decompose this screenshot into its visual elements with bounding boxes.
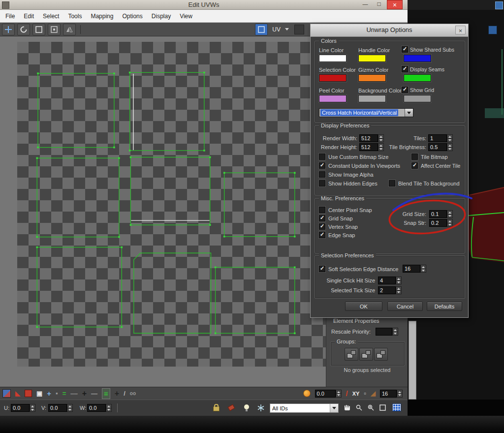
- selected-tick-spinner[interactable]: [396, 286, 402, 294]
- w-field[interactable]: 0.0: [87, 404, 106, 412]
- pattern-dropdown-arrow-icon[interactable]: [405, 109, 413, 117]
- uv-channel-label[interactable]: UV: [270, 26, 283, 33]
- move-tool-button[interactable]: [2, 24, 15, 35]
- zoom-button[interactable]: [355, 404, 363, 413]
- menu-options[interactable]: Options: [118, 13, 147, 20]
- dialog-close-button[interactable]: ×: [455, 26, 466, 34]
- render-height-field[interactable]: 512: [359, 143, 378, 151]
- render-height-spinner[interactable]: [378, 143, 384, 151]
- tile-bitmap-checkbox[interactable]: [411, 154, 418, 160]
- tile-brightness-field[interactable]: 0.5: [428, 143, 447, 151]
- selection-color-swatch[interactable]: [319, 74, 346, 82]
- brush-size-field[interactable]: 16: [380, 390, 397, 398]
- show-image-alpha-checkbox[interactable]: [319, 171, 325, 178]
- gizmo-color-swatch[interactable]: [358, 74, 386, 82]
- menu-mapping[interactable]: Mapping: [86, 13, 118, 20]
- angle-snap-icon[interactable]: [303, 390, 311, 397]
- small-white-icon[interactable]: ▫: [364, 389, 366, 399]
- single-click-field[interactable]: 4: [378, 277, 396, 284]
- shared-subs-color-swatch[interactable]: [404, 55, 431, 62]
- minus-icon[interactable]: —: [91, 389, 97, 399]
- soft-selection-checkbox[interactable]: [319, 266, 325, 272]
- show-hidden-edges-checkbox[interactable]: [319, 180, 325, 186]
- paint-weights-button[interactable]: [227, 404, 235, 412]
- partial-toolbar-icon[interactable]: [294, 25, 304, 34]
- rescale-priority-spinner[interactable]: [392, 328, 398, 336]
- grid-size-spinner[interactable]: [447, 210, 453, 218]
- move-plus-icon[interactable]: +: [82, 389, 87, 399]
- scale-tool-button[interactable]: [32, 24, 45, 35]
- uv-channel-dropdown-arrow-icon[interactable]: [285, 28, 289, 31]
- dialog-titlebar[interactable]: Unwrap Options ×: [311, 24, 468, 37]
- u-spinner[interactable]: [30, 404, 35, 412]
- show-map-toggle-button[interactable]: [255, 24, 268, 35]
- menu-display[interactable]: Display: [147, 13, 175, 20]
- lock-selection-button[interactable]: [213, 404, 220, 412]
- soft-selection-field[interactable]: 16: [403, 265, 420, 273]
- zoom-region-button[interactable]: [367, 404, 375, 413]
- edge-snap-checkbox[interactable]: [319, 232, 325, 238]
- move-plus-icon-2[interactable]: +: [115, 389, 119, 399]
- handle-color-swatch[interactable]: [358, 55, 386, 62]
- gray-dashes-icon[interactable]: ‒‒: [70, 389, 77, 399]
- u-field[interactable]: 0.0: [11, 404, 30, 412]
- menu-edit[interactable]: Edit: [19, 13, 38, 20]
- command-panel-strip[interactable]: [409, 321, 416, 400]
- center-pixel-snap-checkbox[interactable]: [319, 207, 325, 213]
- rotate-tool-button[interactable]: [17, 24, 30, 35]
- tiles-field[interactable]: 1: [428, 134, 447, 142]
- display-seams-checkbox[interactable]: [402, 66, 408, 72]
- render-width-spinner[interactable]: [378, 134, 384, 142]
- soft-selection-icon[interactable]: [2, 389, 11, 398]
- vertex-snap-checkbox[interactable]: [319, 223, 325, 230]
- blend-tile-checkbox[interactable]: [389, 180, 395, 186]
- minimize-button[interactable]: —: [359, 1, 371, 9]
- green-dashes-icon[interactable]: =: [63, 389, 66, 399]
- snap-str-spinner[interactable]: [447, 219, 453, 227]
- soft-selection-spinner[interactable]: [420, 265, 426, 273]
- transform-grid-icon[interactable]: +: [47, 389, 51, 399]
- material-id-dropdown[interactable]: All IDs: [270, 403, 339, 413]
- freeform-tool-button[interactable]: [48, 24, 61, 35]
- use-custom-bitmap-checkbox[interactable]: [319, 154, 325, 160]
- uv-grid-snap-button[interactable]: [392, 403, 401, 411]
- cube-icon[interactable]: ▣: [36, 389, 42, 399]
- zoom-extents-button[interactable]: [379, 404, 386, 413]
- group-button-2[interactable]: [359, 348, 373, 361]
- brush-icon[interactable]: ◢: [371, 389, 376, 399]
- diagonal-line-icon[interactable]: /: [124, 389, 126, 399]
- tile-brightness-spinner[interactable]: [447, 143, 453, 151]
- menu-view[interactable]: View: [175, 13, 197, 20]
- grid-size-field[interactable]: 0.1: [429, 210, 447, 218]
- selected-tick-field[interactable]: 2: [378, 286, 396, 294]
- falloff-triangle-icon[interactable]: ◣: [15, 389, 20, 399]
- window-titlebar[interactable]: Edit UVWs — □ ×: [0, 0, 408, 10]
- seams-color-swatch[interactable]: [404, 74, 431, 82]
- menu-file[interactable]: File: [1, 13, 19, 20]
- edge-loop-icon[interactable]: ≡: [102, 388, 110, 399]
- tiles-spinner[interactable]: [447, 134, 453, 142]
- v-field[interactable]: 0.0: [48, 404, 67, 412]
- background-color-swatch[interactable]: [358, 95, 386, 102]
- constant-update-checkbox[interactable]: [319, 162, 325, 169]
- pan-button[interactable]: [344, 404, 351, 413]
- cancel-button[interactable]: Cancel: [387, 302, 423, 311]
- line-color-swatch[interactable]: [319, 55, 346, 62]
- angle-value-spinner[interactable]: [336, 390, 342, 398]
- group-button-1[interactable]: [345, 348, 358, 361]
- circles-icon[interactable]: oo: [130, 389, 136, 399]
- highlight-button[interactable]: [243, 404, 250, 412]
- small-gray-icon[interactable]: ▪: [56, 389, 58, 399]
- maximize-button[interactable]: □: [373, 0, 385, 8]
- menu-select[interactable]: Select: [38, 13, 63, 20]
- xy-plane-label[interactable]: XY: [352, 389, 360, 399]
- peel-color-swatch[interactable]: [319, 95, 346, 102]
- paint-select-icon[interactable]: [25, 390, 32, 397]
- brush-size-spinner[interactable]: [397, 390, 403, 398]
- w-spinner[interactable]: [106, 404, 112, 412]
- close-button[interactable]: ×: [387, 0, 403, 9]
- grid-color-swatch[interactable]: [404, 95, 431, 102]
- affect-center-tile-checkbox[interactable]: [411, 162, 418, 169]
- render-width-field[interactable]: 512: [359, 134, 378, 142]
- v-spinner[interactable]: [67, 404, 73, 412]
